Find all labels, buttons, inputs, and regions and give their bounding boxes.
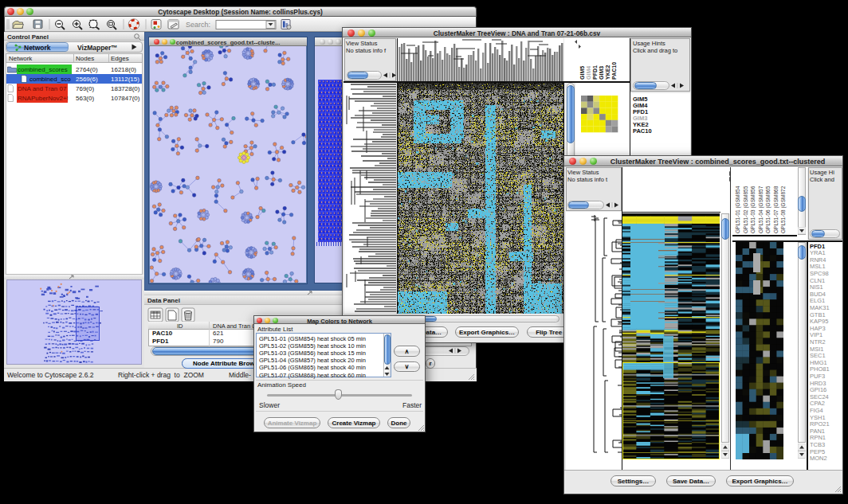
svg-text:Search:: Search: [186,21,210,29]
